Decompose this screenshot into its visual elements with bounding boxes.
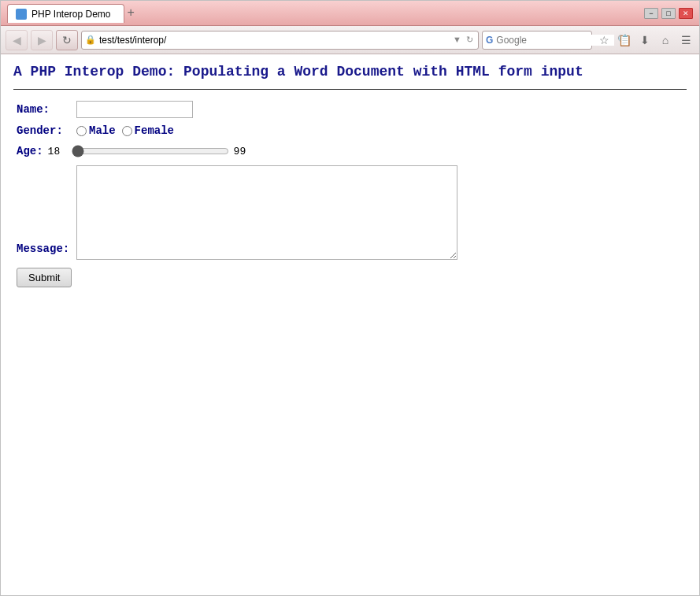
google-icon: G — [486, 35, 493, 46]
page-content: A PHP Interop Demo: Populating a Word Do… — [1, 54, 699, 595]
tab-area: PHP Interop Demo + — [7, 4, 644, 22]
toolbar: ◀ ▶ ↻ 🔒 ▼ ↻ G 🔍 ☆ 📋 ⬇ ⌂ ☰ — [1, 26, 699, 54]
search-container: G 🔍 — [482, 31, 592, 50]
tab-label: PHP Interop Demo — [31, 9, 111, 20]
bookmarks-icon[interactable]: 📋 — [616, 31, 633, 49]
address-bar-container: 🔒 ▼ ↻ — [81, 31, 479, 50]
titlebar: PHP Interop Demo + − □ ✕ — [1, 1, 699, 26]
gender-female-label: Female — [135, 124, 174, 137]
forward-button[interactable]: ▶ — [31, 30, 53, 50]
submit-button[interactable]: Submit — [17, 268, 72, 287]
gender-female-option[interactable]: Female — [122, 124, 174, 137]
message-label: Message: — [17, 165, 72, 255]
download-icon[interactable]: ⬇ — [636, 31, 654, 49]
gender-male-radio[interactable] — [76, 126, 87, 136]
bookmark-star-icon[interactable]: ☆ — [595, 31, 613, 49]
form-container: Name: Gender: Male Female — [13, 101, 687, 287]
back-button[interactable]: ◀ — [6, 30, 28, 50]
message-area: Message: — [17, 165, 683, 260]
gender-radio-group: Male Female — [76, 124, 174, 137]
gender-male-option[interactable]: Male — [76, 124, 116, 137]
age-label: Age: — [17, 145, 43, 157]
reload-button[interactable]: ↻ — [56, 30, 78, 50]
age-slider[interactable] — [72, 143, 229, 159]
home-icon[interactable]: ⌂ — [657, 31, 674, 49]
age-row: Age: 18 99 — [17, 143, 683, 159]
message-textarea[interactable] — [76, 165, 457, 260]
address-lock-icon: 🔒 — [85, 35, 96, 45]
name-row: Name: — [17, 101, 683, 118]
active-tab[interactable]: PHP Interop Demo — [7, 4, 124, 23]
reload-icon: ↻ — [62, 34, 72, 46]
gender-row: Gender: Male Female — [17, 124, 683, 137]
new-tab-button[interactable]: + — [128, 6, 135, 19]
gender-female-radio[interactable] — [122, 126, 132, 136]
back-icon: ◀ — [13, 34, 21, 46]
address-dropdown-icon[interactable]: ▼ — [451, 35, 463, 45]
gender-label: Gender: — [17, 124, 72, 137]
age-min-value: 18 — [48, 146, 67, 157]
menu-icon[interactable]: ☰ — [677, 31, 694, 49]
toolbar-icons: ☆ 📋 ⬇ ⌂ ☰ — [595, 31, 694, 49]
minimize-button[interactable]: − — [644, 8, 658, 19]
gender-male-label: Male — [89, 124, 116, 137]
maximize-button[interactable]: □ — [661, 8, 676, 19]
tab-favicon — [16, 9, 27, 20]
name-input[interactable] — [76, 101, 193, 118]
name-label: Name: — [17, 103, 72, 116]
browser-window: PHP Interop Demo + − □ ✕ ◀ ▶ ↻ 🔒 ▼ ↻ — [0, 0, 700, 596]
page-title: A PHP Interop Demo: Populating a Word Do… — [13, 64, 687, 80]
forward-icon: ▶ — [38, 34, 46, 46]
age-max-value: 99 — [234, 146, 246, 157]
address-actions: ▼ ↻ — [451, 35, 475, 45]
close-button[interactable]: ✕ — [679, 8, 693, 19]
title-divider — [13, 89, 687, 90]
window-controls: − □ ✕ — [644, 8, 693, 19]
address-input[interactable] — [99, 35, 448, 46]
address-refresh-icon[interactable]: ↻ — [465, 35, 475, 45]
